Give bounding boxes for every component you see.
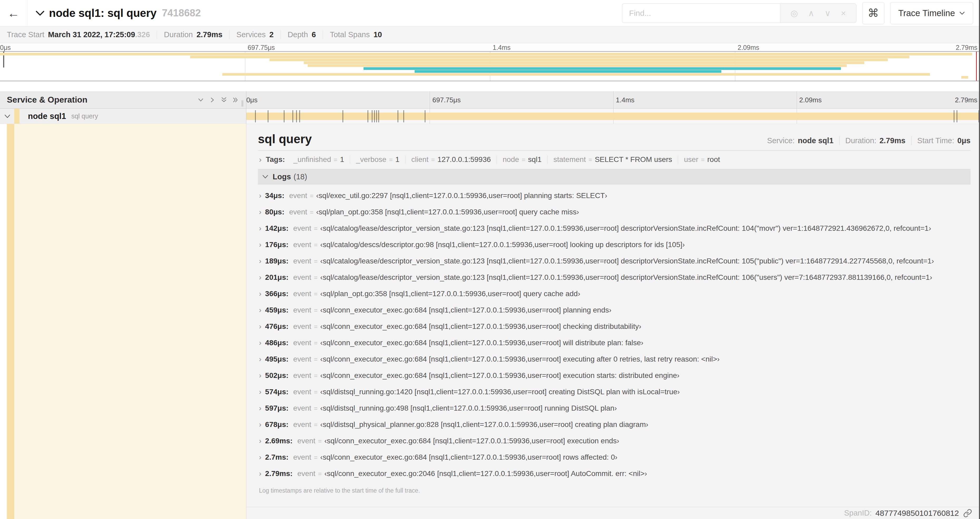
summary-item: Services 2 — [229, 30, 280, 39]
log-expand-icon[interactable]: › — [259, 290, 261, 297]
log-field-value: ‹sql/distsql_running.go:1420 [nsql1,clie… — [320, 388, 680, 396]
log-field-value: ‹sql/conn_executor_exec.go:684 [nsql1,cl… — [320, 453, 617, 462]
log-tick-marker — [954, 110, 955, 122]
log-expand-icon[interactable]: › — [259, 323, 261, 330]
back-button[interactable]: ← — [0, 0, 27, 26]
tick-label: 697.75μs — [245, 44, 275, 51]
find-input[interactable] — [622, 3, 780, 23]
find-clear-icon[interactable]: × — [841, 9, 846, 18]
summary-item: Duration 2.79ms — [157, 30, 229, 39]
tag-value: 1 — [340, 155, 344, 164]
span-id-label: SpanID: — [844, 509, 872, 517]
equals-sign: = — [522, 156, 525, 163]
tag-item: _verbose = 1 — [350, 155, 405, 164]
log-expand-icon[interactable]: › — [259, 470, 261, 477]
log-row[interactable]: › 34μs: event = ‹sql/exec_util.go:2297 [… — [258, 187, 970, 204]
summary-value: 2.79ms — [197, 30, 222, 39]
log-expand-icon[interactable]: › — [259, 192, 261, 200]
equals-sign: = — [314, 339, 318, 347]
log-field-key: event — [293, 322, 312, 331]
expand-one-icon[interactable] — [207, 94, 218, 106]
chevron-down-icon — [959, 11, 965, 15]
log-row[interactable]: › 495μs: event = ‹sql/conn_executor_exec… — [258, 351, 970, 367]
deep-link-icon[interactable] — [963, 509, 972, 518]
keyboard-shortcuts-button[interactable]: ⌘ — [862, 2, 885, 24]
trace-collapse-toggle[interactable] — [35, 10, 45, 16]
span-meta-value: 2.79ms — [879, 136, 905, 145]
log-row[interactable]: › 201μs: event = ‹sql/catalog/lease/desc… — [258, 269, 970, 286]
log-expand-icon[interactable]: › — [259, 339, 261, 347]
minimap-span-bar — [304, 61, 864, 64]
log-field-value: ‹sql/conn_executor_exec.go:684 [nsql1,cl… — [320, 355, 720, 363]
log-row[interactable]: › 176μs: event = ‹sql/catalog/descs/desc… — [258, 236, 970, 253]
collapse-one-icon[interactable] — [195, 94, 207, 106]
log-row[interactable]: › 459μs: event = ‹sql/conn_executor_exec… — [258, 302, 970, 318]
log-expand-icon[interactable]: › — [259, 225, 261, 232]
equals-sign: = — [318, 438, 322, 445]
equals-sign: = — [314, 421, 318, 428]
span-detail-title: sql query — [258, 132, 312, 146]
log-expand-icon[interactable]: › — [259, 421, 261, 428]
log-tick-marker — [368, 110, 368, 122]
log-row[interactable]: › 80μs: event = ‹sql/plan_opt.go:358 [ns… — [258, 204, 970, 220]
scrollbar[interactable] — [979, 0, 980, 519]
summary-item: Depth 6 — [280, 30, 323, 39]
log-tick-marker — [403, 110, 404, 122]
log-expand-icon[interactable]: › — [259, 372, 261, 379]
log-row[interactable]: › 366μs: event = ‹sql/plan_opt.go:358 [n… — [258, 286, 970, 302]
span-meta-item: Start Time: 0μs — [911, 136, 970, 145]
tags-expand-icon[interactable]: › — [259, 156, 262, 163]
log-row[interactable]: › 2.69ms: event = ‹sql/conn_executor_exe… — [258, 433, 970, 449]
equals-sign: = — [310, 192, 313, 200]
log-row[interactable]: › 2.7ms: event = ‹sql/conn_executor_exec… — [258, 449, 970, 465]
log-expand-icon[interactable]: › — [259, 257, 261, 265]
log-row[interactable]: › 189μs: event = ‹sql/catalog/lease/desc… — [258, 253, 970, 269]
log-row[interactable]: › 502μs: event = ‹sql/conn_executor_exec… — [258, 367, 970, 384]
command-icon: ⌘ — [868, 6, 879, 19]
log-row[interactable]: › 476μs: event = ‹sql/conn_executor_exec… — [258, 318, 970, 335]
log-expand-icon[interactable]: › — [259, 388, 261, 396]
log-expand-icon[interactable]: › — [259, 307, 261, 314]
log-row[interactable]: › 486μs: event = ‹sql/conn_executor_exec… — [258, 335, 970, 351]
span-row[interactable]: node sql1 sql query — [0, 109, 980, 124]
trace-minimap: 0μs697.75μs1.4ms2.09ms2.79ms — [0, 43, 980, 82]
span-meta-value: node sql1 — [798, 136, 833, 145]
log-field-value: ‹sql/distsql_running.go:498 [nsql1,clien… — [320, 404, 617, 412]
minimap-cursor-line[interactable] — [976, 52, 977, 81]
view-select-button[interactable]: Trace Timeline — [890, 2, 973, 24]
log-expand-icon[interactable]: › — [259, 437, 261, 445]
tick-label: 2.79ms — [956, 44, 977, 51]
log-expand-icon[interactable]: › — [259, 454, 261, 461]
span-detail-backdrop — [14, 124, 246, 519]
log-field-value: ‹sql/conn_executor_exec.go:684 [nsql1,cl… — [324, 437, 619, 445]
summary-value: 2 — [269, 30, 274, 39]
log-row[interactable]: › 597μs: event = ‹sql/distsql_running.go… — [258, 400, 970, 417]
span-name-column[interactable]: node sql1 sql query — [0, 109, 246, 124]
log-row[interactable]: › 678μs: event = ‹sql/distsql_physical_p… — [258, 417, 970, 433]
summary-item: Total Spans 10 — [323, 30, 389, 39]
log-row[interactable]: › 142μs: event = ‹sql/catalog/lease/desc… — [258, 220, 970, 236]
span-duration-bar[interactable] — [246, 113, 980, 120]
summary-value: 10 — [374, 30, 382, 39]
find-prev-icon[interactable]: ∧ — [808, 9, 814, 18]
tags-row[interactable]: › Tags: _unfinished = 1 _verbose = 1 — [258, 150, 970, 169]
log-row[interactable]: › 574μs: event = ‹sql/distsql_running.go… — [258, 384, 970, 400]
expand-all-icon[interactable] — [230, 94, 241, 106]
log-expand-icon[interactable]: › — [259, 404, 261, 412]
log-expand-icon[interactable]: › — [259, 274, 261, 281]
find-next-icon[interactable]: ∨ — [824, 9, 830, 18]
span-id-bar: SpanID: 4877749850101760812 — [246, 507, 980, 519]
log-expand-icon[interactable]: › — [259, 241, 261, 248]
minimap-span-bar — [415, 70, 721, 73]
log-expand-icon[interactable]: › — [259, 356, 261, 363]
tick-label: 697.75μs — [430, 96, 461, 104]
logs-accordion-header[interactable]: Logs (18) — [258, 169, 970, 184]
log-expand-icon[interactable]: › — [259, 208, 261, 216]
log-row[interactable]: › 2.79ms: event = ‹sql/conn_executor_exe… — [258, 465, 970, 482]
minimap-canvas[interactable] — [0, 51, 980, 81]
collapse-all-icon[interactable] — [218, 94, 230, 106]
span-collapse-icon[interactable] — [4, 114, 11, 118]
column-resize-handle[interactable]: ∥ — [241, 99, 245, 107]
span-bar-track[interactable] — [246, 109, 980, 124]
locate-icon[interactable]: ◎ — [791, 9, 798, 18]
